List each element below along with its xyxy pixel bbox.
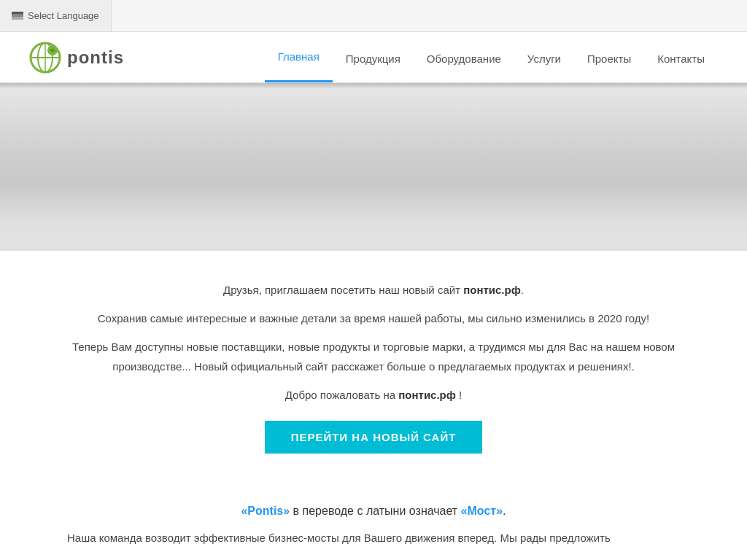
pontis-section: «Pontis» в переводе с латыни означает «М… xyxy=(45,497,702,555)
paragraph-2: Сохранив самые интересные и важные детал… xyxy=(60,308,687,328)
nav-item-home[interactable]: Главная xyxy=(265,32,333,82)
intro-section: Друзья, приглашаем посетить наш новый са… xyxy=(60,280,687,405)
navbar: pontis Главная Продукция Оборудование Ус… xyxy=(0,32,747,83)
logo-text: pontis xyxy=(67,47,124,68)
nav-item-contacts[interactable]: Контакты xyxy=(644,32,718,82)
paragraph-1: Друзья, приглашаем посетить наш новый са… xyxy=(60,280,687,300)
hero-gradient xyxy=(0,207,747,251)
logo[interactable]: pontis xyxy=(29,42,124,74)
logo-globe-icon xyxy=(29,42,61,74)
welcome-text: Добро пожаловать на понтис.рф ! xyxy=(60,385,687,405)
site-link-2: понтис.рф xyxy=(398,389,456,401)
svg-rect-2 xyxy=(12,15,23,18)
pontis-link[interactable]: «Pontis» xyxy=(241,505,290,517)
site-link-1: понтис.рф xyxy=(463,284,521,296)
nav-links: Главная Продукция Оборудование Услуги Пр… xyxy=(265,32,718,82)
language-selector[interactable]: Select Language xyxy=(0,0,112,31)
team-description: Наша команда возводит эффективные бизнес… xyxy=(60,528,687,548)
paragraph-3: Теперь Вам доступны новые поставщики, но… xyxy=(60,337,687,376)
nav-item-services[interactable]: Услуги xyxy=(514,32,574,82)
pontis-title: «Pontis» в переводе с латыни означает «М… xyxy=(60,505,687,518)
svg-rect-3 xyxy=(12,17,23,20)
flag-icon xyxy=(12,12,23,20)
svg-rect-1 xyxy=(12,12,23,15)
nav-item-equipment[interactable]: Оборудование xyxy=(414,32,514,82)
language-label: Select Language xyxy=(28,10,99,21)
nav-item-products[interactable]: Продукция xyxy=(333,32,414,82)
bridge-link[interactable]: «Мост» xyxy=(461,505,503,517)
cta-button[interactable]: ПЕРЕЙТИ НА НОВЫЙ САЙТ xyxy=(265,421,483,454)
nav-item-projects[interactable]: Проекты xyxy=(574,32,644,82)
main-content: Друзья, приглашаем посетить наш новый са… xyxy=(45,251,702,497)
language-bar: Select Language xyxy=(0,0,747,32)
hero-banner xyxy=(0,83,747,251)
